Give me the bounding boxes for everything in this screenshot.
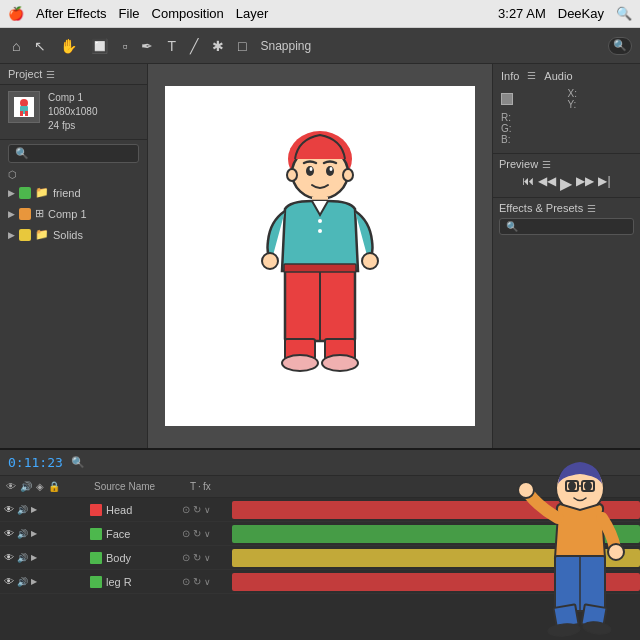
svg-point-8 [306,166,314,176]
project-search[interactable]: 🔍 [8,144,139,163]
home-icon[interactable]: ⌂ [8,36,24,56]
info-tab[interactable]: Info [501,70,519,82]
track-color-legr [90,576,102,588]
effects-search[interactable]: 🔍 [499,218,634,235]
effects-menu-icon[interactable]: ☰ [587,203,596,214]
project-panel-header: Project ☰ [0,64,147,85]
layer-name-comp1: Comp 1 [48,208,87,220]
chevron-icon-face[interactable]: ∨ [204,529,211,539]
track-bar-body [232,549,640,567]
info-audio-tabs: Info ☰ Audio [497,68,636,84]
snap-icon[interactable]: □ [234,36,250,56]
track-audio-face[interactable]: 🔊 [17,529,28,539]
track-eye-face[interactable]: 👁 [4,528,14,539]
svg-point-38 [548,623,581,638]
track-color-face [90,528,102,540]
brush-tool[interactable]: ╱ [186,36,202,56]
track-bar-face [232,525,640,543]
svg-point-9 [326,166,334,176]
layer-item-friend[interactable]: ▶ 📁 friend [0,182,147,203]
svg-rect-23 [284,264,356,272]
select-tool[interactable]: ↖ [30,36,50,56]
composition-viewer[interactable] [148,64,492,448]
timeline-search-icon[interactable]: 🔍 [71,456,85,469]
layer-item-solids[interactable]: ▶ 📁 Solids [0,224,147,245]
track-expand-head[interactable]: ▶ [31,505,37,514]
lock-col-icon: 🔒 [48,481,60,492]
track-eye-body[interactable]: 👁 [4,552,14,563]
chevron-icon-body[interactable]: ∨ [204,553,211,563]
refresh-icon-body[interactable]: ↻ [193,552,201,563]
color-swatch-row [501,88,566,110]
step-back-button[interactable]: ◀◀ [538,174,556,193]
svg-rect-37 [581,604,606,628]
skip-back-button[interactable]: ⏮ [522,174,534,193]
track-expand-face[interactable]: ▶ [31,529,37,538]
zoom-tool[interactable]: 🔲 [87,36,112,56]
layer-color-friend [19,187,31,199]
track-face: 👁 🔊 ▶ Face ⊙ ↻ ∨ [0,522,640,546]
solo-icon-head[interactable]: ⊙ [182,504,190,515]
track-bar-head [232,501,640,519]
toolbar-search[interactable]: 🔍 [608,37,632,55]
solo-icon-body[interactable]: ⊙ [182,552,190,563]
track-bar-area-face [232,522,640,545]
track-audio-body[interactable]: 🔊 [17,553,28,563]
shape-tool[interactable]: ▫ [118,36,131,56]
pen-tool[interactable]: ✒ [137,36,157,56]
layer-type-icon: ⊞ [35,207,44,220]
track-audio-legr[interactable]: 🔊 [17,577,28,587]
refresh-icon-face[interactable]: ↻ [193,528,201,539]
solo-icon-legr[interactable]: ⊙ [182,576,190,587]
track-name-head: Head [102,504,182,516]
solo-icon-face[interactable]: ⊙ [182,528,190,539]
expand-icon[interactable]: ▶ [8,230,15,240]
menu-layer[interactable]: Layer [236,6,269,21]
layer-color-solids [19,229,31,241]
info-menu-icon[interactable]: ☰ [527,70,536,82]
track-controls-head: 👁 🔊 ▶ [0,504,90,515]
skip-forward-button[interactable]: ▶| [598,174,610,193]
eye-col-icon: 👁 [6,481,16,492]
hand-tool[interactable]: ✋ [56,36,81,56]
audio-tab[interactable]: Audio [544,70,572,82]
project-menu-icon[interactable]: ☰ [46,69,55,80]
apple-menu[interactable]: 🍎 [8,6,24,21]
expand-icon[interactable]: ▶ [8,188,15,198]
col-source-name: Source Name [90,479,190,494]
comp-thumbnail [8,91,40,123]
track-switches-legr: ⊙ ↻ ∨ [182,576,232,587]
expand-icon[interactable]: ▶ [8,209,15,219]
menu-file[interactable]: File [119,6,140,21]
project-label: Project [8,68,42,80]
play-button[interactable]: ▶ [560,174,572,193]
menu-search-icon[interactable]: 🔍 [616,6,632,21]
g-label: G: [501,123,566,134]
menu-after-effects[interactable]: After Effects [36,6,107,21]
track-expand-body[interactable]: ▶ [31,553,37,562]
preview-menu-icon[interactable]: ☰ [542,159,551,170]
b-label: B: [501,134,566,145]
col-switches: T · fx [190,479,250,494]
chevron-icon-legr[interactable]: ∨ [204,577,211,587]
track-expand-legr[interactable]: ▶ [31,577,37,586]
track-audio-head[interactable]: 🔊 [17,505,28,515]
text-tool[interactable]: T [163,36,180,56]
track-controls-body: 👁 🔊 ▶ [0,552,90,563]
track-switches-body: ⊙ ↻ ∨ [182,552,232,563]
clone-tool[interactable]: ✱ [208,36,228,56]
xy-area: X: Y: [568,88,633,110]
track-eye-legr[interactable]: 👁 [4,576,14,587]
track-head: 👁 🔊 ▶ Head ⊙ ↻ ∨ [0,498,640,522]
step-forward-button[interactable]: ▶▶ [576,174,594,193]
track-name-face: Face [102,528,182,540]
svg-rect-5 [25,111,28,116]
menu-composition[interactable]: Composition [152,6,224,21]
chevron-icon-head[interactable]: ∨ [204,505,211,515]
track-eye-head[interactable]: 👁 [4,504,14,515]
layer-item-comp1[interactable]: ▶ ⊞ Comp 1 [0,203,147,224]
folder-icon: ⬡ [0,167,147,182]
preview-controls: ⏮ ◀◀ ▶ ▶▶ ▶| [499,174,634,193]
refresh-icon-legr[interactable]: ↻ [193,576,201,587]
refresh-icon-head[interactable]: ↻ [193,504,201,515]
